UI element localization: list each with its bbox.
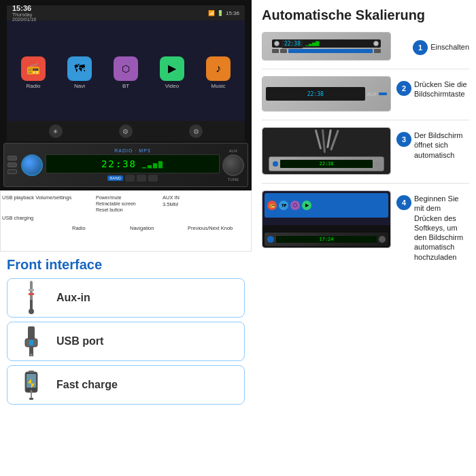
app-navi[interactable]: 🗺 Navi <box>67 56 92 89</box>
label-navigation: Navigation <box>130 225 154 231</box>
step-2-label-row: 2 Drücken Sie die Bildschirmtaste <box>396 80 469 99</box>
fast-charge-label-text: Fast charge <box>56 379 118 391</box>
step-4-text: Beginnen Sie mit dem Drücken des Softkey… <box>414 194 469 262</box>
mini-app-3: ⬡ <box>290 201 300 210</box>
label-usb-playback: USB playback Volume/settings <box>2 194 71 201</box>
labels-area: USB playback Volume/settings USB chargin… <box>0 190 252 252</box>
mini-app-1: 📻 <box>267 201 277 210</box>
step-3-number: 3 <box>396 132 411 147</box>
step-4-device: 📻 🗺 ⬡ ▶ 17:24 <box>262 191 390 248</box>
front-interface: Front interface Aux-in <box>0 252 252 476</box>
step-4-screen: 📻 🗺 ⬡ ▶ <box>265 193 388 218</box>
right-title: Automatische Skalierung <box>262 7 469 23</box>
svg-rect-4 <box>30 300 33 312</box>
preset-btn-2[interactable] <box>137 175 146 182</box>
right-tuning-knob[interactable] <box>222 154 244 176</box>
step-1-label-row: 1 Einschalten <box>413 39 469 55</box>
step-4-number: 4 <box>396 195 411 210</box>
usb-port-2 <box>7 163 17 167</box>
mini-app-2: 🗺 <box>279 201 288 210</box>
svg-rect-7 <box>29 340 33 345</box>
bottom-icon-brightness[interactable]: ☀ <box>49 124 63 138</box>
usb-port-1 <box>7 156 17 160</box>
step-1-text: Einschalten <box>430 42 469 52</box>
charge-icon <box>20 369 43 401</box>
step-1-image: 22:38 ▁▃▅▇ <box>262 32 391 61</box>
step-3-image-area: 22:38 <box>262 127 391 176</box>
aux-in-item: Aux-in <box>7 278 245 318</box>
step-2-number: 2 <box>396 81 411 96</box>
preset-btn-1[interactable] <box>125 175 135 182</box>
tuning-label: TUNE <box>228 177 239 182</box>
aux-label: AUX <box>229 149 237 153</box>
right-column: Automatische Skalierung 22:38 ▁▃▅▇ <box>252 0 476 476</box>
svg-point-13 <box>31 390 33 392</box>
band-button[interactable]: BAND <box>107 175 123 181</box>
step-4-image: 📻 🗺 ⬡ ▶ 17:24 <box>262 190 391 248</box>
usb-port-item: USB port <box>7 322 245 361</box>
radio-band-label: RADIO · MP3 <box>114 148 150 153</box>
radio-time-display: 22:38 <box>101 158 137 169</box>
step-1-device: 22:38 ▁▃▅▇ <box>262 33 390 60</box>
radio-right-section: AUX TUNE <box>222 149 244 182</box>
left-column: 15:36 Thursday 2020/01/16 📶🔋15:36 📻 Radi… <box>0 0 252 476</box>
fast-charge-item: Fast charge <box>7 365 245 405</box>
app-bt[interactable]: ⬡ BT <box>114 56 138 89</box>
step-1: 22:38 ▁▃▅▇ <box>262 32 469 62</box>
app-music-icon: ♪ <box>206 56 231 81</box>
screen-day: Thursday <box>12 12 36 17</box>
app-bt-label: BT <box>122 83 129 89</box>
label-aux-in: AUX IN3.5MM <box>163 194 180 208</box>
label-radio: Radio <box>72 225 86 231</box>
divider-2 <box>262 120 469 120</box>
label-usb-charging: USB charging <box>2 215 33 221</box>
svg-rect-1 <box>29 289 34 291</box>
app-navi-icon: 🗺 <box>67 56 92 81</box>
app-video[interactable]: ▶ Video <box>160 56 184 89</box>
front-interface-title: Front interface <box>7 257 245 273</box>
step-2-image: 22:38 AUX <box>262 76 391 112</box>
usb-icon <box>18 326 44 356</box>
step-3-text: Der Bildschirm öffnet sich automatisch <box>414 131 469 160</box>
step-4: 📻 🗺 ⬡ ▶ 17:24 4 <box>262 190 469 262</box>
app-radio[interactable]: 📻 Radio <box>21 56 46 89</box>
step-3-label-row: 3 Der Bildschirm öffnet sich automatisch <box>396 131 469 160</box>
usb-icon-area <box>14 326 48 356</box>
step-1-number: 1 <box>413 40 428 55</box>
svg-rect-16 <box>29 398 33 400</box>
device-image: 15:36 Thursday 2020/01/16 📶🔋15:36 📻 Radi… <box>0 0 252 190</box>
screen-status-icons: 📶🔋15:36 <box>208 10 239 16</box>
bottom-icon-gear[interactable]: ⚙ <box>189 124 203 138</box>
app-video-icon: ▶ <box>160 56 184 81</box>
svg-rect-12 <box>29 371 34 373</box>
svg-point-9 <box>30 354 33 356</box>
left-volume-knob[interactable] <box>21 154 43 176</box>
bottom-icon-settings[interactable]: ⚙ <box>119 124 133 138</box>
svg-rect-2 <box>29 293 34 295</box>
label-power-mute: Power/muteRetractable screenReset button <box>96 194 136 213</box>
step-2-image-area: 22:38 AUX <box>262 76 391 113</box>
step-4-image-area: 📻 🗺 ⬡ ▶ 17:24 <box>262 190 391 250</box>
radio-buttons-row: BAND <box>107 175 158 182</box>
app-navi-label: Navi <box>74 83 85 89</box>
screen-bottom-bar: ☀ ⚙ ⚙ <box>7 121 245 141</box>
step1-mini-display: 22:38 <box>282 39 303 48</box>
preset-btn-3[interactable] <box>148 175 158 182</box>
screen-display: 15:36 Thursday 2020/01/16 📶🔋15:36 📻 Radi… <box>7 5 245 141</box>
app-bt-icon: ⬡ <box>114 56 138 81</box>
app-music-label: Music <box>211 83 226 89</box>
mini-app-4: ▶ <box>302 201 311 210</box>
charge-icon-area <box>14 369 48 401</box>
aux-label-text: Aux-in <box>56 292 90 304</box>
app-music[interactable]: ♪ Music <box>206 56 231 89</box>
radio-bars: ▁▃▅▇ <box>142 160 164 168</box>
step-2-device: 22:38 AUX <box>262 77 390 111</box>
screen-apps: 📻 Radio 🗺 Navi ⬡ BT ▶ Video <box>7 20 245 121</box>
usb-ports-left <box>7 156 17 174</box>
step-3-image: 22:38 <box>262 127 391 175</box>
divider-1 <box>262 69 469 69</box>
aux-icon <box>24 281 38 315</box>
screen-time: 15:36 <box>12 4 36 12</box>
svg-rect-5 <box>28 326 35 340</box>
usb-port-3 <box>7 169 17 174</box>
